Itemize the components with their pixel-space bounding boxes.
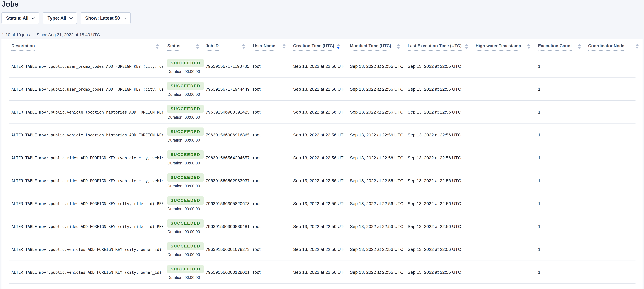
column-header-modified-time[interactable]: Modified Time (UTC) bbox=[344, 44, 404, 51]
sort-arrows-icon bbox=[196, 44, 199, 49]
job-id: 796391566305820673 bbox=[203, 201, 249, 206]
user-name: root bbox=[249, 178, 290, 183]
execution-count: 1 bbox=[534, 110, 585, 115]
column-header-creation-time[interactable]: Creation Time (UTC) bbox=[290, 44, 344, 51]
table-row[interactable]: ALTER TABLE movr.public.user_promo_codes… bbox=[2, 78, 642, 101]
job-duration: Duration: 00:00:00 bbox=[168, 161, 200, 165]
sort-arrows-icon bbox=[527, 44, 530, 49]
show-filter-dropdown[interactable]: Show: Latest 50 bbox=[80, 12, 130, 24]
last-execution-time: Sep 13, 2022 at 22:56 UTC bbox=[404, 110, 472, 115]
job-description[interactable]: ALTER TABLE movr.public.vehicle_location… bbox=[12, 110, 163, 114]
job-description[interactable]: ALTER TABLE movr.public.user_promo_codes… bbox=[12, 64, 163, 69]
table-row[interactable]: ALTER TABLE movr.public.rides ADD FOREIG… bbox=[2, 169, 642, 192]
user-name: root bbox=[249, 155, 290, 160]
modified-time: Sep 13, 2022 at 22:56 UTC bbox=[344, 64, 404, 69]
table-row[interactable]: ALTER TABLE movr.public.rides ADD FOREIG… bbox=[2, 146, 642, 169]
job-description[interactable]: ALTER TABLE movr.public.rides ADD FOREIG… bbox=[12, 201, 163, 206]
modified-time: Sep 13, 2022 at 22:56 UTC bbox=[344, 270, 404, 275]
job-description[interactable]: ALTER TABLE movr.public.user_promo_codes… bbox=[12, 87, 163, 92]
job-duration: Duration: 00:00:00 bbox=[168, 138, 200, 143]
last-execution-time: Sep 13, 2022 at 22:56 UTC bbox=[404, 224, 472, 229]
filter-bar: Status: All Type: All Show: Latest 50 bbox=[2, 12, 644, 24]
job-description[interactable]: ALTER TABLE movr.public.vehicles ADD FOR… bbox=[12, 270, 163, 275]
job-id: 796391566564294657 bbox=[203, 155, 249, 160]
modified-time: Sep 13, 2022 at 22:56 UTC bbox=[344, 110, 404, 115]
last-execution-time: Sep 13, 2022 at 22:56 UTC bbox=[404, 201, 472, 206]
status-badge: SUCCEEDED bbox=[168, 82, 204, 90]
table-row[interactable]: ALTER TABLE movr.public.vehicles ADD FOR… bbox=[2, 238, 642, 261]
user-name: root bbox=[249, 87, 290, 92]
modified-time: Sep 13, 2022 at 22:56 UTC bbox=[344, 155, 404, 160]
table-header-row: Description Status Job ID User Name Crea… bbox=[2, 39, 642, 55]
job-duration: Duration: 00:00:00 bbox=[168, 207, 200, 211]
sort-arrows-icon bbox=[282, 44, 286, 49]
chevron-down-icon bbox=[69, 16, 73, 19]
column-header-job-id[interactable]: Job ID bbox=[203, 44, 249, 51]
sort-arrows-icon bbox=[578, 44, 581, 49]
execution-count: 1 bbox=[534, 270, 585, 275]
status-badge: SUCCEEDED bbox=[168, 127, 204, 136]
last-execution-time: Sep 13, 2022 at 22:56 UTC bbox=[404, 132, 472, 137]
creation-time: Sep 13, 2022 at 22:56 UTC bbox=[290, 270, 344, 275]
column-header-high-water-timestamp[interactable]: High-water Timestamp bbox=[472, 44, 534, 51]
job-id: 796391566908391425 bbox=[203, 110, 249, 115]
status-badge: SUCCEEDED bbox=[168, 242, 204, 250]
job-id: 796391566001078273 bbox=[203, 247, 249, 252]
execution-count: 1 bbox=[534, 64, 585, 69]
job-duration: Duration: 00:00:00 bbox=[168, 92, 200, 97]
column-header-coordinator-node[interactable]: Coordinator Node bbox=[585, 44, 642, 51]
user-name: root bbox=[249, 201, 290, 206]
table-row[interactable]: ALTER TABLE movr.public.vehicle_location… bbox=[2, 101, 642, 124]
status-badge: SUCCEEDED bbox=[168, 196, 204, 205]
job-description[interactable]: ALTER TABLE movr.public.rides ADD FOREIG… bbox=[12, 156, 163, 160]
status-filter-label: Status: All bbox=[6, 16, 28, 21]
table-row[interactable]: ALTER TABLE movr.public.vehicle_location… bbox=[2, 124, 642, 146]
last-execution-time: Sep 13, 2022 at 22:56 UTC bbox=[404, 64, 472, 69]
execution-count: 1 bbox=[534, 224, 585, 229]
sort-arrows-icon bbox=[242, 44, 245, 49]
last-execution-time: Sep 13, 2022 at 22:56 UTC bbox=[404, 247, 472, 252]
status-badge: SUCCEEDED bbox=[168, 59, 204, 67]
column-header-user-name[interactable]: User Name bbox=[249, 44, 290, 51]
sort-arrows-icon bbox=[465, 44, 468, 49]
creation-time: Sep 13, 2022 at 22:56 UTC bbox=[290, 64, 344, 69]
execution-count: 1 bbox=[534, 132, 585, 137]
table-row[interactable]: ALTER TABLE movr.public.rides ADD FOREIG… bbox=[2, 215, 642, 238]
job-description[interactable]: ALTER TABLE movr.public.rides ADD FOREIG… bbox=[12, 224, 163, 229]
last-execution-time: Sep 13, 2022 at 22:56 UTC bbox=[404, 155, 472, 160]
page-title: Jobs bbox=[2, 0, 644, 8]
modified-time: Sep 13, 2022 at 22:56 UTC bbox=[344, 178, 404, 183]
column-header-execution-count[interactable]: Execution Count bbox=[534, 44, 585, 51]
job-duration: Duration: 00:00:00 bbox=[168, 230, 200, 234]
last-execution-time: Sep 13, 2022 at 22:56 UTC bbox=[404, 87, 472, 92]
job-duration: Duration: 00:00:00 bbox=[168, 184, 200, 188]
job-description[interactable]: ALTER TABLE movr.public.vehicle_location… bbox=[12, 133, 163, 137]
column-header-last-execution-time[interactable]: Last Execution Time (UTC) bbox=[404, 44, 472, 51]
status-badge: SUCCEEDED bbox=[168, 105, 204, 113]
job-id: 796391567171944449 bbox=[203, 87, 249, 92]
job-duration: Duration: 00:00:00 bbox=[168, 275, 200, 280]
creation-time: Sep 13, 2022 at 22:56 UTC bbox=[290, 87, 344, 92]
job-description[interactable]: ALTER TABLE movr.public.vehicles ADD FOR… bbox=[12, 247, 163, 252]
table-row[interactable]: ALTER TABLE movr.public.vehicles ADD FOR… bbox=[2, 261, 642, 284]
last-execution-time: Sep 13, 2022 at 22:56 UTC bbox=[404, 270, 472, 275]
execution-count: 1 bbox=[534, 201, 585, 206]
sort-arrows-icon bbox=[337, 44, 340, 49]
creation-time: Sep 13, 2022 at 22:56 UTC bbox=[290, 155, 344, 160]
job-duration: Duration: 00:00:00 bbox=[168, 69, 200, 74]
modified-time: Sep 13, 2022 at 22:56 UTC bbox=[344, 247, 404, 252]
user-name: root bbox=[249, 247, 290, 252]
type-filter-dropdown[interactable]: Type: All bbox=[43, 12, 77, 24]
chevron-down-icon bbox=[32, 16, 35, 19]
column-header-status[interactable]: Status bbox=[163, 44, 203, 51]
status-filter-dropdown[interactable]: Status: All bbox=[2, 12, 39, 24]
jobs-page: Jobs Status: All Type: All Show: Latest … bbox=[0, 0, 644, 289]
table-row[interactable]: ALTER TABLE movr.public.rides ADD FOREIG… bbox=[2, 192, 642, 215]
table-body: ALTER TABLE movr.public.user_promo_codes… bbox=[2, 55, 642, 284]
execution-count: 1 bbox=[534, 247, 585, 252]
job-description[interactable]: ALTER TABLE movr.public.rides ADD FOREIG… bbox=[12, 179, 163, 183]
column-header-description[interactable]: Description bbox=[2, 44, 163, 51]
execution-count: 1 bbox=[534, 178, 585, 183]
sort-arrows-icon bbox=[156, 44, 159, 49]
table-row[interactable]: ALTER TABLE movr.public.user_promo_codes… bbox=[2, 55, 642, 78]
